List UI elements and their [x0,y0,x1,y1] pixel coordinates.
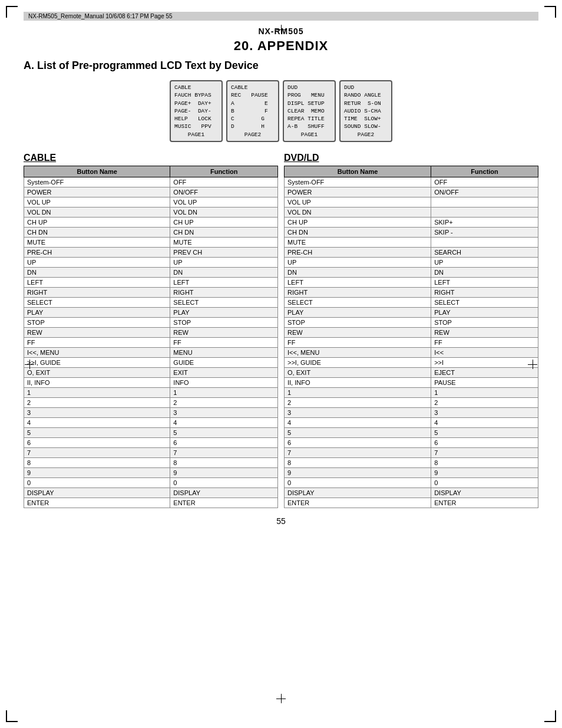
table-row: REWREW [285,328,538,338]
table-row: CH DNCH DN [24,228,278,238]
table-row: 99 [285,468,538,478]
cable-table: Button Name Function System-OFFOFFPOWERO… [24,166,278,508]
tables-section: CABLE Button Name Function System-OFFOFF… [24,153,538,508]
table-row: 88 [24,458,278,468]
corner-tl [6,6,18,18]
table-row: REWREW [24,328,278,338]
table-row: 55 [285,428,538,438]
table-row: 44 [24,418,278,428]
table-row: STOPSTOP [24,318,278,328]
cable-heading: CABLE [24,153,278,163]
table-row: UPUP [285,258,538,268]
lcd-dvd-page2: DUD RANDO ANGLE RETUR S-ON AUDIO S-CHA T… [339,80,392,142]
table-row: DNDN [24,268,278,278]
lcd-cable-page1: CABLE FAUCH BYPAS PAGE+ DAY+ PAGE- DAY- … [170,80,223,142]
table-row: II, INFOINFO [24,378,278,388]
table-row: >>I, GUIDE>>I [285,358,538,368]
table-row: LEFTLEFT [285,278,538,288]
section-title: A. List of Pre-programmed LCD Text by De… [24,60,538,72]
table-row: STOPSTOP [285,318,538,328]
table-row: CH UPSKIP+ [285,218,538,228]
table-row: FFFF [285,338,538,348]
table-row: ENTERENTER [285,498,538,508]
table-row: ENTERENTER [24,498,278,508]
table-row: DNDN [285,268,538,278]
corner-br [544,710,556,722]
dvd-section: DVD/LD Button Name Function System-OFFOF… [284,153,538,508]
table-row: DISPLAYDISPLAY [285,488,538,498]
table-row: 33 [285,408,538,418]
cable-col-function: Function [170,166,278,177]
file-info: NX-RM505_Remote_Manual 10/6/08 6:17 PM P… [28,13,173,19]
table-row: PLAYPLAY [24,308,278,318]
table-row: VOL DNVOL DN [24,207,278,218]
lcd-previews: CABLE FAUCH BYPAS PAGE+ DAY+ PAGE- DAY- … [24,80,538,142]
dvd-heading: DVD/LD [284,153,538,163]
table-row: 99 [24,468,278,478]
table-row: 00 [24,478,278,488]
table-row: O, EXITEJECT [285,368,538,378]
table-row: O, EXITEXIT [24,368,278,378]
table-row: 55 [24,428,278,438]
table-row: DISPLAYDISPLAY [24,488,278,498]
page-number: 55 [24,516,538,526]
table-row: 77 [24,448,278,458]
table-row: CH UPCH UP [24,218,278,228]
table-row: System-OFFOFF [24,177,278,187]
table-row: 44 [285,418,538,428]
table-row: 11 [285,388,538,398]
table-row: >>I, GUIDEGUIDE [24,358,278,368]
chapter-title: 20. APPENDIX [24,38,538,54]
table-row: SELECTSELECT [24,298,278,308]
corner-tr [544,6,556,18]
table-row: VOL UP [285,197,538,207]
table-row: 66 [24,438,278,448]
dvd-table: Button Name Function System-OFFOFFPOWERO… [284,166,538,508]
table-row: II, INFOPAUSE [285,378,538,388]
lcd-cable-page2: CABLE REC PAUSE A E B F C G D H PAGE2 [226,80,279,142]
cable-section: CABLE Button Name Function System-OFFOFF… [24,153,278,508]
cable-col-button: Button Name [24,166,170,177]
table-row: SELECTSELECT [285,298,538,308]
crosshair-left [25,360,34,369]
table-row: System-OFFOFF [285,177,538,187]
table-row: CH DNSKIP - [285,228,538,238]
table-row: VOL DN [285,207,538,218]
table-row: 88 [285,458,538,468]
table-row: 00 [285,478,538,488]
table-row: POWERON/OFF [24,187,278,197]
table-row: POWERON/OFF [285,187,538,197]
corner-bl [6,710,18,722]
dvd-col-function: Function [431,166,538,177]
table-row: PLAYPLAY [285,308,538,318]
dvd-col-button: Button Name [285,166,431,177]
crosshair-top [276,25,286,34]
table-row: VOL UPVOL UP [24,197,278,207]
table-row: LEFTLEFT [24,278,278,288]
table-row: 33 [24,408,278,418]
table-row: 22 [285,398,538,408]
table-row: 11 [24,388,278,398]
table-row: MUTEMUTE [24,238,278,248]
table-row: MUTE [285,238,538,248]
crosshair-right [528,360,537,369]
table-row: RIGHTRIGHT [24,288,278,298]
crosshair-bottom [276,694,286,703]
table-row: 66 [285,438,538,448]
table-row: PRE-CHPREV CH [24,248,278,258]
table-row: PRE-CHSEARCH [285,248,538,258]
table-row: FFFF [24,338,278,348]
table-row: 22 [24,398,278,408]
section-gap [278,153,284,508]
header-bar: NX-RM505_Remote_Manual 10/6/08 6:17 PM P… [24,12,538,21]
table-row: I<<, MENUI<< [285,348,538,358]
table-row: UPUP [24,258,278,268]
table-row: RIGHTRIGHT [285,288,538,298]
lcd-dvd-page1: DUD PROG MENU DISPL SETUP CLEAR MEMO REP… [283,80,336,142]
table-row: 77 [285,448,538,458]
table-row: I<<, MENUMENU [24,348,278,358]
